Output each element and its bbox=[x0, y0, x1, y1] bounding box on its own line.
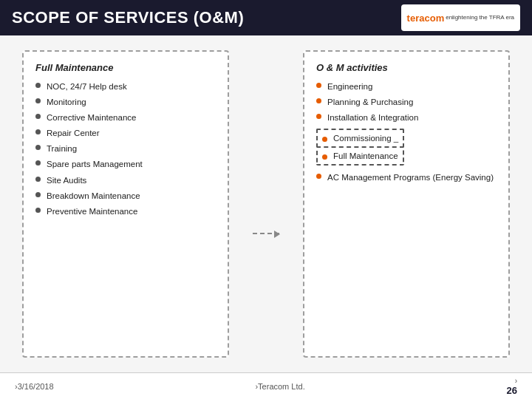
bullet-icon bbox=[35, 208, 41, 213]
bullet-icon bbox=[322, 154, 327, 160]
commissioning-item: Commissioning _ bbox=[316, 127, 497, 149]
list-item: Repair Center bbox=[35, 127, 216, 139]
footer-company: ›Teracom Ltd. bbox=[255, 382, 304, 391]
list-item: AC Management Programs (Energy Saving) bbox=[316, 171, 497, 183]
logo-tagline: enlightening the TFRA era bbox=[446, 14, 514, 21]
list-item: Preventive Maintenance bbox=[35, 205, 216, 217]
bullet-icon bbox=[35, 192, 41, 197]
logo-text: teracom bbox=[407, 13, 445, 24]
list-item: Planning & Purchasing bbox=[316, 96, 497, 108]
list-item: Corrective Maintenance bbox=[35, 112, 216, 123]
commissioning-highlight: Commissioning _ bbox=[316, 129, 404, 148]
footer: ›3/16/2018 ›Teracom Ltd. › 26 bbox=[0, 372, 532, 399]
list-item: Breakdown Maintenance bbox=[35, 190, 216, 202]
full-maintenance-item: Full Maintenance bbox=[316, 149, 497, 167]
full-maintenance-highlight: Full Maintenance bbox=[316, 148, 404, 166]
left-box: Full Maintenance NOC, 24/7 Help desk Mon… bbox=[22, 50, 229, 358]
logo: teracom enlightening the TFRA era bbox=[401, 4, 520, 31]
bullet-icon bbox=[35, 114, 41, 119]
left-box-title: Full Maintenance bbox=[35, 62, 216, 73]
bullet-icon bbox=[316, 83, 321, 88]
arrow-icon bbox=[253, 233, 279, 234]
header: SCOPE OF SERVICES (O&M) teracom enlighte… bbox=[0, 0, 532, 35]
list-item: Monitoring bbox=[35, 96, 216, 108]
list-item: Training bbox=[35, 143, 216, 154]
right-box: O & M activities Engineering Planning & … bbox=[303, 50, 510, 358]
bullet-icon bbox=[322, 137, 327, 142]
bullet-icon bbox=[35, 177, 41, 182]
bullet-icon bbox=[35, 83, 41, 88]
right-box-title: O & M activities bbox=[316, 62, 497, 73]
bullet-icon bbox=[316, 114, 321, 119]
footer-date: ›3/16/2018 bbox=[15, 382, 54, 391]
footer-page-label: › bbox=[515, 377, 517, 385]
page-number: 26 bbox=[507, 385, 517, 396]
bullet-icon bbox=[316, 174, 321, 179]
bullet-icon bbox=[35, 160, 41, 166]
bullet-icon bbox=[35, 98, 41, 103]
list-item: Installation & Integration bbox=[316, 112, 497, 123]
list-item: Engineering bbox=[316, 81, 497, 92]
list-item: NOC, 24/7 Help desk bbox=[35, 81, 216, 92]
bullet-icon bbox=[35, 145, 41, 150]
page-title: SCOPE OF SERVICES (O&M) bbox=[12, 8, 244, 27]
list-item: Site Audits bbox=[35, 174, 216, 186]
bullet-icon bbox=[316, 98, 321, 103]
main-content: Full Maintenance NOC, 24/7 Help desk Mon… bbox=[0, 35, 532, 372]
bullet-icon bbox=[35, 129, 41, 134]
arrow-area bbox=[251, 109, 281, 358]
right-items-list: Engineering Planning & Purchasing Instal… bbox=[316, 81, 497, 184]
left-items-list: NOC, 24/7 Help desk Monitoring Correctiv… bbox=[35, 81, 216, 217]
list-item: Spare parts Management bbox=[35, 158, 216, 170]
footer-page: › 26 bbox=[507, 377, 517, 396]
